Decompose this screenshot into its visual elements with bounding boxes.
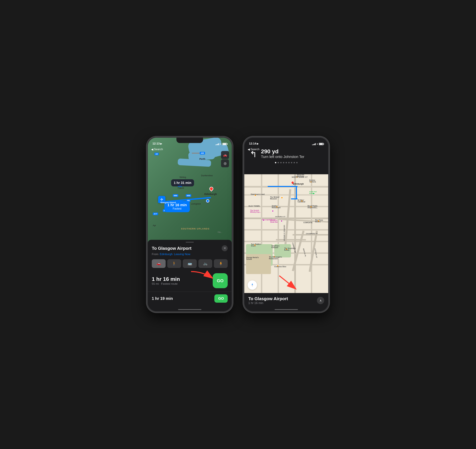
city-label-chambers: CHAMBERS ST [306,233,318,235]
text-trattoria: Trattoria [309,181,316,183]
label-falkirk: Falkirk [178,187,184,189]
second-route-row: 1 hr 19 min GO [148,292,232,305]
tab-bike[interactable]: 🚲 [198,259,212,268]
forrest-road [276,239,306,241]
text-gladstone: Gladstone's Land [251,193,265,195]
transport-tabs-1: 🚗 🚶 🚌 🚲 🧍 [148,257,232,270]
nav-bar-1: ◀ Search [148,146,232,153]
map-control-compass[interactable]: ◎ [221,159,229,167]
route-bubble-alt: 1 hr 31 min [171,179,194,186]
label-glasgow-airport: Glasgow Airport [161,201,176,204]
current-location-1 [206,199,209,202]
go-button-2[interactable]: GO [214,294,228,303]
wifi-icon-2: ▾ [317,143,318,145]
street-v1 [261,173,262,293]
status-bar-1: 12:13 ▶ ▾ [148,138,232,147]
label-dunfermline: Dunfermline [201,174,213,177]
back-button-2[interactable]: ◀ Search [248,148,259,151]
route-detail: 55 mi · Fastest route [152,282,180,286]
text-sisters: Sisters [315,221,321,223]
from-value-1[interactable]: Edinburgh [160,253,173,256]
poi-mussel-bar [281,220,283,222]
back-button-1[interactable]: ◀ Search [151,148,163,151]
route-duration-alt: 1 hr 31 min [174,181,191,185]
tab-car[interactable]: 🚗 [152,259,166,268]
battery-icon-2 [319,143,324,145]
text-grave: Grave [251,245,256,247]
road-badge-m90: M90 [186,194,191,197]
poi-writers-museum [281,197,283,199]
city-route-3 [291,198,298,199]
city-route-2 [296,186,297,199]
text-school: School [246,258,252,260]
from-row-1: From Edinburgh Leaving Now [148,251,232,257]
status-icons-2: ▾ [312,143,324,145]
go-button-1[interactable]: GO [213,273,228,288]
status-bar-2: 12:14 ▶ ▾ [244,138,328,147]
route-info-row-1: 1 hr 16 min 55 mi · Fastest route GO [148,270,232,292]
map-area-2[interactable]: Edinburgh NORTH BANK ST [244,173,328,293]
text-kirkyard: Kirkyard [271,247,278,248]
bottom-panel-1: To Glasgow Airport ✕ From Edinburgh Leav… [148,240,232,311]
step-dot-1 [278,162,279,163]
destination-header-1: To Glasgow Airport ✕ [148,243,232,251]
city-route-1 [268,186,298,187]
label-livingston: Livingston [191,202,201,205]
label-ha: Ha... [218,231,222,233]
tab-walk[interactable]: 🚶 [167,259,181,268]
step-dots [244,160,328,163]
step-dot-6 [291,162,292,163]
city-label-old-town: OLD TOWN [248,205,260,207]
text-bobby: Bobby [284,249,289,251]
route-time-big: 1 hr 16 min [152,276,180,282]
map-area-1[interactable]: A90 M80 M8 M77 M74 A9 A77 A9 M90 1 hr 31… [148,138,232,244]
street-v2 [278,173,279,293]
phone-2: 12:14 ▶ ▾ ◀ Search [243,136,330,313]
destination-title-1: To Glasgow Airport [152,246,191,251]
compass-button-2[interactable] [248,280,257,290]
destination-pin-1 [209,187,214,192]
text-hostels: Hostels [309,193,315,194]
second-route-time: 1 hr 19 min [152,296,173,301]
edinburgh-map-label: Edinburgh [293,183,304,185]
destination-title-2: To Glasgow Airport [248,296,288,301]
city-label-victoria: VICTORIA ST [275,216,286,218]
label-perth: Perth [199,158,205,160]
signal-icon-2 [312,143,316,145]
step-dot-5 [288,162,290,163]
road-badge-m80: M80 [173,194,178,197]
location-icon-2: ▶ [257,142,259,145]
instruction-road: Turn left onto Johnston Ter [261,154,304,159]
close-button-1[interactable]: ✕ [222,245,228,251]
status-time-2: 12:14 ▶ [249,142,259,145]
text-whisky-exp: Whisky Exp... [250,211,261,213]
phone-1: 12:13 ▶ ▾ ◀ Search [146,136,233,313]
lothian-st [309,231,318,272]
text-civerinos: Civerinos Slice [274,266,286,268]
city-label-george-iv: GEORGE IV BRIDGE [283,225,285,241]
text-steak-bar: Steak Bar [270,221,278,223]
route-time-info: 1 hr 16 min 55 mi · Fastest route [152,276,180,286]
leaving-now-1[interactable]: Leaving Now [174,253,190,256]
text-dispensary: Dispensary... [308,207,318,208]
tab-pedestrian[interactable]: 🧍 [214,259,228,268]
step-dot-0 [275,162,276,163]
city-label-cowgate: COWGATE [304,222,313,224]
signal-icon-1 [216,143,219,145]
expand-button-2[interactable]: ∧ [317,297,324,304]
tab-transit[interactable]: 🚌 [183,259,197,268]
back-label-2: Search [251,148,259,151]
step-dot-2 [280,162,282,163]
scotland-map: A90 M80 M8 M77 M74 A9 A77 A9 M90 1 hr 31… [148,138,232,244]
step-dot-8 [296,162,298,163]
text-old-town: Old Town [297,176,304,177]
status-icons-1: ▾ [216,143,227,145]
label-southern-uplands: SOUTHERN UPLANDS [181,228,210,230]
edinburgh-city-map: Edinburgh NORTH BANK ST [244,173,328,293]
back-label-1: Search [154,148,163,151]
street-v3 [294,173,296,293]
status-time-1: 12:13 ▶ [152,142,162,145]
bottom-bar-2: To Glasgow Airport 1 hr 16 min ∧ [244,293,328,311]
home-indicator-2 [275,309,298,310]
from-label-1: From [152,253,158,256]
